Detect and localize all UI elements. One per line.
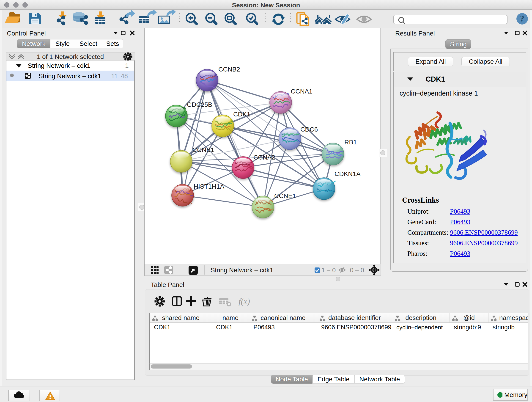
svg-text:CDC6: CDC6 xyxy=(300,126,318,133)
svg-text:String Network – cdk1: String Network – cdk1 xyxy=(210,267,273,274)
svg-text:CDK1: CDK1 xyxy=(233,111,250,118)
svg-text:f(x): f(x) xyxy=(239,297,250,306)
svg-text:CCNB1: CCNB1 xyxy=(192,146,214,153)
svg-text:?: ? xyxy=(520,14,525,23)
svg-text:CCNB2: CCNB2 xyxy=(218,66,240,73)
svg-text:CDKN1A: CDKN1A xyxy=(335,170,361,177)
svg-text:CCNA2: CCNA2 xyxy=(253,154,275,161)
svg-text:RB1: RB1 xyxy=(344,139,357,146)
svg-text:CCNA1: CCNA1 xyxy=(291,88,312,95)
svg-text:CDC25B: CDC25B xyxy=(187,101,212,108)
svg-text:1 – 0: 1 – 0 xyxy=(322,267,336,274)
svg-text:CCNE1: CCNE1 xyxy=(274,192,296,199)
svg-text:HIST1H1A: HIST1H1A xyxy=(194,183,224,190)
svg-text:0 – 0: 0 – 0 xyxy=(350,267,364,274)
